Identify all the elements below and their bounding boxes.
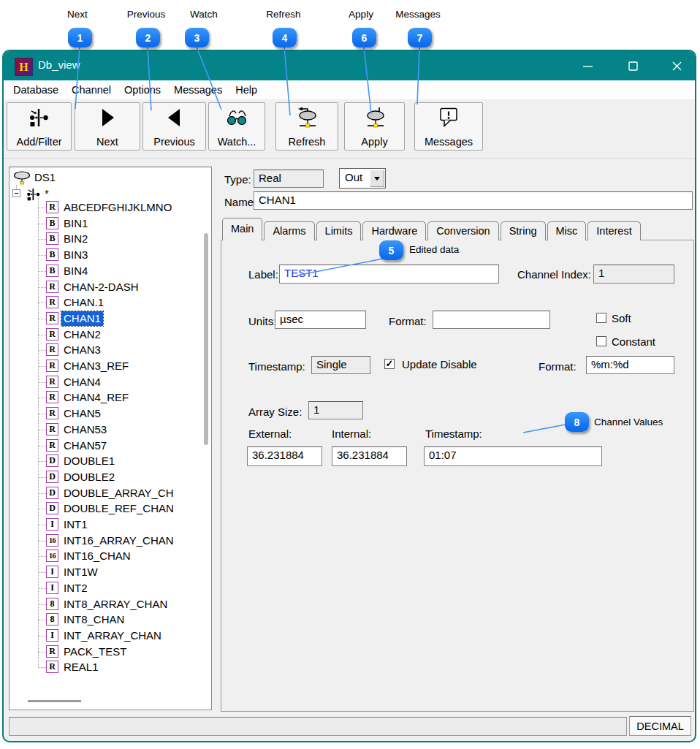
callout-label-next: Next: [67, 9, 88, 20]
tree-item[interactable]: DDOUBLE_ARRAY_CH: [9, 486, 211, 501]
internal-field[interactable]: 36.231884: [332, 446, 407, 466]
tree-item[interactable]: RCHAN5: [9, 406, 211, 422]
soft-checkbox[interactable]: [596, 313, 606, 323]
tree-connector-stub: [38, 303, 46, 303]
tab-conversion[interactable]: Conversion: [427, 221, 498, 240]
tree-item[interactable]: BBIN2: [9, 232, 211, 247]
tree-item[interactable]: RCHAN4: [9, 375, 211, 390]
tree-item[interactable]: 16INT16_CHAN: [9, 549, 211, 564]
toolbar-button-previous[interactable]: Previous: [142, 102, 206, 151]
tab-interest[interactable]: Interest: [587, 221, 640, 240]
menu-messages[interactable]: Messages: [167, 82, 229, 98]
tabstrip: MainAlarmsLimitsHardwareConversionString…: [222, 218, 642, 241]
units-field[interactable]: µsec: [275, 311, 366, 329]
format-field[interactable]: [433, 311, 550, 329]
tree-root-row[interactable]: DS1: [9, 170, 211, 186]
constant-label: Constant: [612, 335, 655, 348]
external-label: External:: [248, 427, 292, 440]
toolbar-button-label: Refresh: [289, 135, 326, 148]
tree-item[interactable]: IINT2: [9, 581, 211, 596]
tab-hardware[interactable]: Hardware: [362, 221, 426, 240]
update-disable-checkbox[interactable]: ✓: [384, 359, 395, 369]
tree-item[interactable]: IINT_ARRAY_CHAN: [9, 628, 211, 644]
tree-item-label: CHAN2: [64, 327, 101, 342]
channel-tree[interactable]: DS1*RABCEDFGHIJKLMNOBBIN1BBIN2BBIN3BBIN4…: [9, 167, 212, 710]
minimize-button[interactable]: [576, 55, 599, 77]
tree-item[interactable]: RCHAN4_REF: [9, 390, 211, 406]
tree-item-label: CHAN.1: [64, 295, 104, 310]
callout-badge-4: 4: [273, 28, 297, 47]
tree-root-label: DS1: [34, 170, 56, 185]
titlebar[interactable]: H Db_view: [4, 51, 695, 80]
tree-item[interactable]: RCHAN2: [9, 327, 211, 343]
tree-item[interactable]: BBIN4: [9, 264, 211, 279]
tree-connector-stub: [38, 319, 46, 319]
type-icon-16: 16: [46, 550, 58, 562]
type-icon-I: I: [46, 629, 58, 642]
toolbar-button-apply[interactable]: Apply: [344, 102, 405, 151]
tree-item-label: CHAN4: [64, 375, 101, 389]
label-field[interactable]: TEST1: [279, 265, 499, 284]
format2-field[interactable]: %m:%d: [586, 356, 674, 374]
tree-item[interactable]: DDOUBLE_REF_CHAN: [9, 501, 211, 517]
toolbar-button-messages[interactable]: Messages: [414, 102, 483, 151]
tree-connector-stub: [38, 461, 46, 462]
timestamp2-field[interactable]: 01:07: [424, 446, 602, 466]
tree-item[interactable]: BBIN3: [9, 248, 211, 263]
tree-item[interactable]: DDOUBLE1: [9, 454, 211, 469]
tree-connector-stub: [38, 493, 46, 494]
menu-database[interactable]: Database: [7, 82, 65, 98]
tree-item[interactable]: 8INT8_CHAN: [9, 612, 211, 628]
tab-string[interactable]: String: [501, 221, 546, 240]
tree-item[interactable]: RABCEDFGHIJKLMNO: [9, 200, 211, 216]
tab-limits[interactable]: Limits: [316, 221, 362, 240]
type-icon-R: R: [46, 328, 58, 341]
tree-item[interactable]: RCHAN57: [9, 438, 211, 454]
channel-index-label: Channel Index:: [517, 268, 591, 281]
menu-help[interactable]: Help: [229, 82, 264, 98]
type-icon-R: R: [46, 661, 58, 673]
name-field[interactable]: CHAN1: [254, 191, 693, 210]
tree-item[interactable]: RCHAN3_REF: [9, 359, 211, 374]
menu-options[interactable]: Options: [118, 82, 167, 98]
combo-dropdown-button[interactable]: [370, 170, 384, 187]
toolbar-button-next[interactable]: Next: [75, 102, 140, 151]
tree-item[interactable]: RREAL1: [9, 660, 211, 675]
constant-checkbox[interactable]: [596, 336, 606, 346]
tree-connector-stub: [38, 620, 46, 620]
tree-item[interactable]: RCHAN1: [9, 311, 211, 327]
toolbar-button-addfilter[interactable]: Add/Filter: [7, 102, 72, 151]
external-field[interactable]: 36.231884: [247, 446, 322, 466]
tree-item[interactable]: RCHAN53: [9, 422, 211, 438]
tree-connector-stub: [38, 667, 46, 668]
tree-item[interactable]: BBIN1: [9, 216, 211, 232]
tree-item[interactable]: RCHAN-2-DASH: [9, 280, 211, 295]
direction-combo[interactable]: Out: [339, 168, 386, 189]
tree-item[interactable]: 8INT8_ARRAY_CHAN: [9, 597, 211, 612]
tree-item[interactable]: 16INT16_ARRAY_CHAN: [9, 533, 211, 549]
tab-alarms[interactable]: Alarms: [264, 221, 314, 240]
tab-misc[interactable]: Misc: [547, 221, 587, 240]
type-icon-8: 8: [46, 613, 58, 626]
tree-connector-stub: [38, 255, 46, 256]
tree-vertical-scrollbar[interactable]: [204, 233, 208, 445]
tab-main[interactable]: Main: [222, 218, 262, 240]
toolbar-button-watch[interactable]: Watch...: [208, 102, 265, 151]
tree-horizontal-scrollbar[interactable]: [28, 700, 81, 702]
tree-item[interactable]: RCHAN.1: [9, 295, 211, 311]
tree-item[interactable]: RPACK_TEST: [9, 645, 211, 660]
tree-item[interactable]: IINT1: [9, 517, 211, 533]
tree-item-label: BIN1: [64, 216, 88, 231]
callout-label-apply: Apply: [349, 9, 373, 20]
tree-item[interactable]: DDOUBLE2: [9, 470, 211, 485]
maximize-button[interactable]: [621, 55, 644, 77]
tree-connector-stub: [38, 335, 46, 335]
type-icon-R: R: [46, 439, 58, 452]
menu-channel[interactable]: Channel: [65, 82, 118, 98]
close-button[interactable]: [665, 55, 688, 77]
soft-label: Soft: [612, 312, 631, 324]
toolbar-button-refresh[interactable]: Refresh: [275, 102, 338, 151]
tree-filter-row[interactable]: *: [9, 186, 211, 202]
tree-item[interactable]: IINT1W: [9, 565, 211, 580]
tree-item[interactable]: RCHAN3: [9, 343, 211, 358]
